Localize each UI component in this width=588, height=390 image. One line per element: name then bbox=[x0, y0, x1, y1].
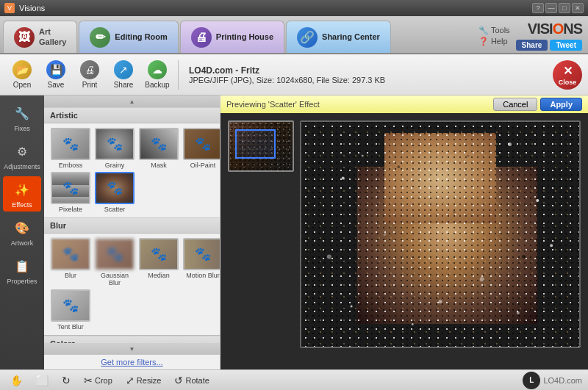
effect-motion[interactable]: 🐾 Motion Blur bbox=[182, 238, 220, 286]
svg-point-3 bbox=[536, 199, 539, 202]
emboss-label: Emboss bbox=[59, 162, 83, 169]
effect-tent[interactable]: 🐾 Tent Blur bbox=[50, 289, 91, 331]
help-btn[interactable]: ? bbox=[532, 3, 544, 13]
tab-printing[interactable]: 🖨 Printing House bbox=[180, 21, 284, 53]
resize-label: Resize bbox=[137, 376, 162, 385]
maximize-btn[interactable]: □ bbox=[559, 3, 570, 13]
mask-label: Mask bbox=[151, 162, 167, 169]
select-tool[interactable]: ⬜ bbox=[32, 373, 53, 388]
close-x-icon: ✕ bbox=[563, 64, 573, 78]
cancel-button[interactable]: Cancel bbox=[493, 98, 537, 111]
open-button[interactable]: 📂 Open bbox=[6, 57, 38, 93]
lo4d-logo-icon: L bbox=[523, 372, 540, 389]
sidebar-item-effects[interactable]: ✨ Effects bbox=[3, 176, 41, 212]
window-controls[interactable]: ? — □ ✕ bbox=[532, 3, 584, 13]
file-name: LO4D.com - Fritz bbox=[189, 65, 385, 76]
backup-button[interactable]: ☁ Backup bbox=[141, 57, 173, 93]
print-icon: 🖨 bbox=[80, 60, 99, 79]
file-details: JPEG/JIFF (JPG), Size: 1024x680, File Si… bbox=[189, 76, 385, 84]
grainy-thumb: 🐾 bbox=[95, 128, 135, 160]
blur-thumb: 🐾 bbox=[51, 238, 90, 270]
scroll-up-btn[interactable]: ▲ bbox=[44, 95, 220, 107]
tab-editing[interactable]: ✏ Editing Room bbox=[79, 21, 179, 53]
rotate-view-icon: ↻ bbox=[62, 375, 71, 386]
toolbar-divider bbox=[178, 60, 179, 90]
save-icon: 💾 bbox=[46, 60, 65, 79]
effect-pixelate[interactable]: 🐾 Pixelate bbox=[50, 172, 91, 213]
sidebar-item-fixes[interactable]: 🔧 Fixes bbox=[3, 100, 41, 135]
apply-button[interactable]: Apply bbox=[540, 98, 582, 111]
sidebar-item-properties[interactable]: 📋 Properties bbox=[3, 253, 41, 288]
minimize-btn[interactable]: — bbox=[545, 3, 557, 13]
effect-blur[interactable]: 🐾 Blur bbox=[50, 238, 91, 286]
share-button[interactable]: Share bbox=[516, 40, 548, 51]
social-btns: Share Tweet bbox=[516, 40, 582, 51]
oilpaint-thumb: 🐾 bbox=[183, 128, 220, 160]
close-toolbar-button[interactable]: ✕ Close bbox=[553, 60, 582, 90]
editing-icon: ✏ bbox=[90, 27, 110, 48]
effect-median[interactable]: 🐾 Median bbox=[138, 238, 179, 286]
svg-point-14 bbox=[522, 255, 526, 259]
resize-tool[interactable]: ⤢ Resize bbox=[121, 373, 166, 388]
close-label: Close bbox=[559, 79, 577, 86]
crop-tool[interactable]: ✂ Crop bbox=[79, 373, 117, 388]
get-more-link[interactable]: Get more filters... bbox=[44, 355, 220, 369]
print-button[interactable]: 🖨 Print bbox=[74, 57, 106, 93]
svg-point-2 bbox=[508, 142, 512, 146]
nav-tabs: 🖼 ArtGallery ✏ Editing Room 🖨 Printing H… bbox=[0, 16, 588, 54]
colors-section: Colors Effect: Scatter Spread 20px ↺ Res… bbox=[44, 335, 220, 343]
preview-buttons: Cancel Apply bbox=[493, 98, 582, 111]
sidebar-item-adjustments[interactable]: ⚙ Adjustments bbox=[3, 138, 41, 173]
titlebar: V Visions ? — □ ✕ bbox=[0, 0, 588, 16]
hand-tool[interactable]: ✋ bbox=[6, 373, 27, 388]
tools-label: Tools bbox=[491, 26, 510, 35]
svg-point-8 bbox=[480, 277, 484, 281]
effect-grainy[interactable]: 🐾 Grainy bbox=[94, 128, 135, 169]
share-toolbar-icon: ↗ bbox=[114, 60, 133, 79]
tab-sharing-label: Sharing Center bbox=[322, 32, 380, 42]
help-link[interactable]: ❓ Help bbox=[478, 37, 510, 46]
select-icon: ⬜ bbox=[36, 375, 49, 386]
effect-mask[interactable]: 🐾 Mask bbox=[138, 128, 179, 169]
gaussian-thumb: 🐾 bbox=[95, 238, 135, 270]
svg-point-12 bbox=[397, 165, 400, 168]
gallery-icon: 🖼 bbox=[14, 27, 35, 48]
tweet-button[interactable]: Tweet bbox=[550, 40, 582, 51]
fixes-icon: 🔧 bbox=[12, 103, 32, 123]
effect-emboss[interactable]: 🐾 Emboss bbox=[50, 128, 91, 169]
save-button[interactable]: 💾 Save bbox=[40, 57, 72, 93]
tab-sharing[interactable]: 🔗 Sharing Center bbox=[286, 21, 391, 53]
svg-point-16 bbox=[453, 211, 455, 213]
tools-icon: 🔧 bbox=[478, 26, 489, 35]
scroll-down-btn[interactable]: ▼ bbox=[44, 343, 220, 355]
grainy-label: Grainy bbox=[105, 162, 125, 169]
svg-point-4 bbox=[327, 255, 331, 259]
main-image-bg bbox=[301, 122, 579, 347]
sidebar-item-artwork[interactable]: 🎨 Artwork bbox=[3, 214, 41, 250]
colors-header: Colors bbox=[44, 336, 220, 343]
tools-link[interactable]: 🔧 Tools bbox=[478, 26, 510, 35]
emboss-thumb: 🐾 bbox=[51, 128, 90, 160]
tab-gallery-label: ArtGallery bbox=[39, 27, 66, 46]
artistic-header: Artistic bbox=[44, 107, 220, 123]
rotate-view-tool[interactable]: ↻ bbox=[57, 373, 75, 388]
share-toolbar-button[interactable]: ↗ Share bbox=[107, 57, 140, 93]
svg-point-7 bbox=[412, 323, 414, 325]
svg-point-5 bbox=[550, 244, 553, 247]
rotate-tool[interactable]: ↺ Rotate bbox=[170, 373, 213, 388]
tab-gallery[interactable]: 🖼 ArtGallery bbox=[3, 21, 77, 53]
effect-oilpaint[interactable]: 🐾 Oil-Paint bbox=[182, 128, 220, 169]
open-icon: 📂 bbox=[12, 60, 32, 79]
close-btn[interactable]: ✕ bbox=[572, 3, 584, 13]
main-content: 🔧 Fixes ⚙ Adjustments ✨ Effects 🎨 Artwor… bbox=[0, 95, 588, 369]
svg-point-13 bbox=[467, 154, 469, 156]
lo4d-text: LO4D.com bbox=[543, 376, 582, 385]
effect-gaussian[interactable]: 🐾 Gaussian Blur bbox=[94, 238, 135, 286]
adjustments-icon: ⚙ bbox=[12, 141, 32, 162]
backup-icon: ☁ bbox=[148, 60, 167, 79]
tools-help: 🔧 Tools ❓ Help bbox=[478, 26, 510, 46]
preview-header: Previewing 'Scatter' Effect Cancel Apply bbox=[220, 95, 588, 113]
gaussian-label: Gaussian Blur bbox=[94, 272, 135, 286]
tent-label: Tent Blur bbox=[57, 323, 84, 331]
effect-scatter[interactable]: 🐾 Scatter bbox=[94, 172, 135, 213]
